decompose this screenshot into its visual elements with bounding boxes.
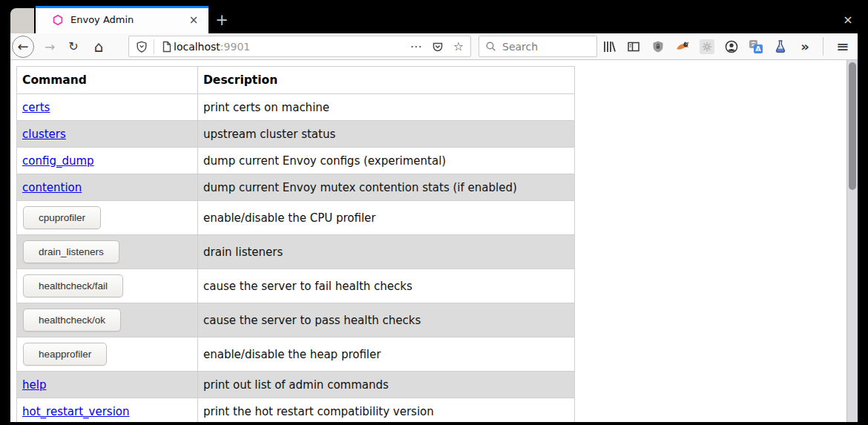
table-header-row: Command Description	[17, 67, 575, 94]
vertical-scrollbar[interactable]	[846, 60, 858, 422]
back-button[interactable]: ←	[12, 36, 34, 58]
search-input[interactable]	[479, 36, 597, 57]
page-actions-icon[interactable]: ⋯	[410, 41, 422, 53]
reload-button[interactable]: ↻	[63, 36, 84, 57]
command-description: cause the server to pass health checks	[198, 303, 575, 337]
active-tab-accent	[36, 6, 208, 8]
table-row: config_dump dump current Envoy configs (…	[17, 148, 575, 174]
tracking-protection-shield-icon[interactable]	[136, 41, 148, 53]
command-link-clusters[interactable]: clusters	[22, 128, 66, 141]
account-icon[interactable]	[724, 39, 739, 54]
command-link-certs[interactable]: certs	[22, 101, 50, 114]
tab-envoy-admin[interactable]: Envoy Admin ×	[36, 6, 208, 33]
command-description: enable/disable the heap profiler	[198, 337, 575, 372]
command-link-config-dump[interactable]: config_dump	[22, 154, 94, 168]
table-row: contention dump current Envoy mutex cont…	[17, 174, 575, 201]
command-link-contention[interactable]: contention	[22, 181, 82, 194]
pocket-icon[interactable]	[432, 41, 444, 53]
bookmark-star-icon[interactable]: ☆	[453, 41, 464, 53]
url-port: :9901	[220, 41, 250, 53]
page-info-icon[interactable]	[160, 41, 172, 53]
window-close-icon[interactable]: ×	[840, 6, 856, 33]
healthcheck-ok-button[interactable]: healthcheck/ok	[23, 309, 121, 332]
navigation-toolbar: ← → ↻ ⌂ localhost:9901 ⋯	[10, 33, 858, 60]
cpuprofiler-button[interactable]: cpuprofiler	[23, 206, 101, 229]
drain-listeners-button[interactable]: drain_listeners	[23, 240, 119, 263]
command-description: dump current Envoy mutex contention stat…	[198, 174, 575, 201]
raccoon-extension-icon[interactable]	[675, 39, 690, 54]
admin-command-table: Command Description certs print certs on…	[16, 66, 575, 422]
translate-extension-icon[interactable]: A	[749, 39, 763, 54]
new-tab-button[interactable]: +	[211, 6, 232, 33]
description-column-header: Description	[198, 67, 575, 94]
flask-extension-icon[interactable]	[773, 39, 788, 54]
command-column-header: Command	[17, 67, 198, 94]
scrollbar-thumb[interactable]	[849, 62, 856, 190]
table-row: clusters upstream cluster status	[17, 121, 575, 148]
command-description: drain listeners	[198, 235, 575, 269]
table-row: drain_listeners drain listeners	[17, 235, 575, 269]
healthcheck-fail-button[interactable]: healthcheck/fail	[23, 274, 123, 297]
search-box	[479, 36, 597, 57]
page-viewport: Command Description certs print certs on…	[10, 60, 858, 422]
heapprofiler-button[interactable]: heapprofiler	[23, 343, 107, 366]
tab-close-icon[interactable]: ×	[186, 13, 201, 27]
table-row: certs print certs on machine	[17, 94, 575, 121]
overflow-chevron-icon[interactable]: »	[798, 39, 812, 54]
sidebar-icon[interactable]	[626, 39, 641, 54]
table-row: healthcheck/ok cause the server to pass …	[17, 303, 575, 337]
url-text[interactable]: localhost:9901	[174, 41, 250, 53]
command-description: enable/disable the CPU profiler	[198, 201, 575, 235]
browser-window: Envoy Admin × + × ← → ↻ ⌂ lo	[10, 6, 858, 422]
table-row: hot_restart_version print the hot restar…	[17, 398, 575, 423]
toolbar-separator	[823, 37, 823, 56]
library-icon[interactable]	[602, 39, 617, 54]
url-host: localhost	[174, 41, 220, 53]
command-description: dump current Envoy configs (experimental…	[198, 148, 575, 174]
command-description: print certs on machine	[198, 94, 575, 121]
toolbar-icons: A » ≡	[602, 37, 852, 56]
command-description: print out list of admin commands	[198, 372, 575, 398]
titlebar-spacer	[10, 8, 34, 33]
urlbar-divider	[154, 39, 154, 54]
hamburger-menu-icon[interactable]: ≡	[834, 38, 852, 56]
command-description: cause the server to fail health checks	[198, 269, 575, 303]
url-bar[interactable]: localhost:9901 ⋯ ☆	[128, 36, 471, 57]
command-link-hot-restart-version[interactable]: hot_restart_version	[22, 405, 130, 418]
command-description: print the hot restart compatibility vers…	[198, 398, 575, 423]
svg-text:A: A	[755, 45, 761, 53]
table-row: help print out list of admin commands	[17, 372, 575, 398]
shield-lock-extension-icon[interactable]	[651, 39, 665, 54]
command-link-help[interactable]: help	[22, 378, 46, 392]
tab-title: Envoy Admin	[70, 14, 186, 25]
table-row: cpuprofiler enable/disable the CPU profi…	[17, 201, 575, 235]
home-button[interactable]: ⌂	[88, 36, 109, 57]
table-row: heapprofiler enable/disable the heap pro…	[17, 337, 575, 372]
disabled-extension-icon[interactable]	[700, 39, 714, 54]
tab-strip: Envoy Admin × + ×	[10, 6, 858, 33]
table-row: healthcheck/fail cause the server to fai…	[17, 269, 575, 303]
command-description: upstream cluster status	[198, 121, 575, 148]
forward-button: →	[39, 36, 60, 57]
search-icon	[485, 41, 496, 52]
envoy-favicon-icon	[52, 14, 64, 26]
